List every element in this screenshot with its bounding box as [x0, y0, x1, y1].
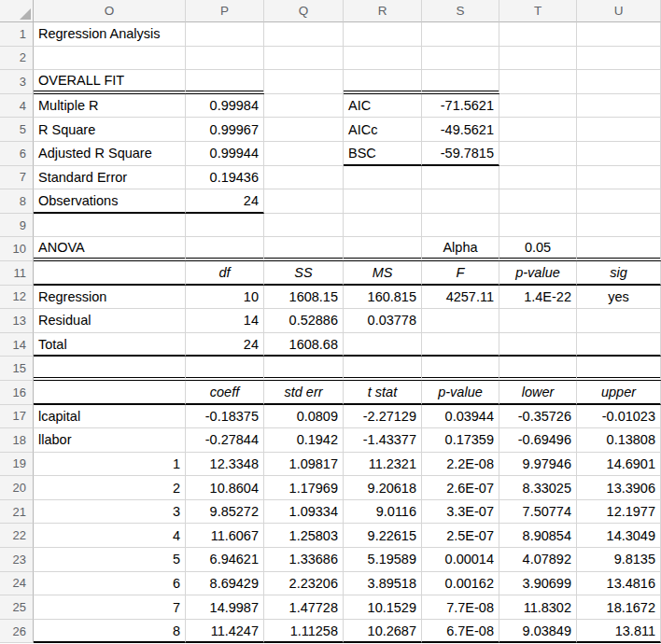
cell-R9[interactable] [344, 214, 422, 238]
cell-R19[interactable]: 11.2321 [344, 453, 422, 477]
cell-T2[interactable] [499, 47, 577, 71]
cell-Q23[interactable]: 1.33686 [264, 548, 344, 572]
row-header-10[interactable]: 10 [0, 237, 34, 261]
cell-O23[interactable]: 5 [34, 548, 186, 572]
cell-U1[interactable] [577, 22, 661, 47]
cell-O26[interactable]: 8 [34, 620, 186, 644]
cell-O5[interactable]: R Square [34, 118, 186, 142]
column-header-Q[interactable]: Q [264, 0, 344, 22]
cell-R12[interactable]: 160.815 [344, 286, 422, 310]
cell-Q11[interactable]: SS [264, 261, 344, 286]
cell-P9[interactable] [186, 214, 264, 238]
cell-P14[interactable]: 24 [186, 333, 264, 357]
cell-U25[interactable]: 18.1672 [577, 595, 661, 620]
cell-Q2[interactable] [264, 47, 344, 71]
cell-Q5[interactable] [264, 118, 344, 142]
cell-S12[interactable]: 4257.11 [422, 286, 499, 310]
cell-Q21[interactable]: 1.09334 [264, 500, 344, 525]
cell-Q14[interactable]: 1608.68 [264, 333, 344, 357]
cell-R23[interactable]: 5.19589 [344, 548, 422, 572]
cell-O18[interactable]: llabor [34, 428, 186, 453]
cell-P3[interactable] [186, 70, 264, 94]
cell-P24[interactable]: 8.69429 [186, 572, 264, 596]
cell-S24[interactable]: 0.00162 [422, 572, 499, 596]
cell-U11[interactable]: sig [577, 261, 661, 286]
row-header-6[interactable]: 6 [0, 142, 34, 166]
cell-Q10[interactable] [264, 237, 344, 261]
cell-S17[interactable]: 0.03944 [422, 405, 499, 429]
cell-P4[interactable]: 0.99984 [186, 94, 264, 119]
cell-S2[interactable] [422, 47, 499, 71]
row-header-9[interactable]: 9 [0, 214, 34, 238]
cell-U7[interactable] [577, 166, 661, 190]
row-header-21[interactable]: 21 [0, 500, 34, 525]
cell-S23[interactable]: 0.00014 [422, 548, 499, 572]
cell-S7[interactable] [422, 166, 499, 190]
cell-Q16[interactable]: std err [264, 381, 344, 405]
cell-Q3[interactable] [264, 70, 344, 94]
cell-O7[interactable]: Standard Error [34, 166, 186, 190]
column-header-O[interactable]: O [34, 0, 186, 22]
cell-T12[interactable]: 1.4E-22 [499, 286, 577, 310]
cell-R22[interactable]: 9.22615 [344, 524, 422, 548]
cell-T14[interactable] [499, 333, 577, 357]
cell-P22[interactable]: 11.6067 [186, 524, 264, 548]
row-header-15[interactable]: 15 [0, 357, 34, 381]
cell-U15[interactable] [577, 357, 661, 381]
row-header-20[interactable]: 20 [0, 476, 34, 500]
cell-S18[interactable]: 0.17359 [422, 428, 499, 453]
cell-S20[interactable]: 2.6E-07 [422, 476, 499, 500]
cell-U6[interactable] [577, 142, 661, 166]
cell-R10[interactable] [344, 237, 422, 261]
cell-R8[interactable] [344, 189, 422, 214]
cell-P17[interactable]: -0.18375 [186, 405, 264, 429]
cell-S4[interactable]: -71.5621 [422, 94, 499, 119]
cell-S25[interactable]: 7.7E-08 [422, 595, 499, 620]
cell-Q9[interactable] [264, 214, 344, 238]
cell-U22[interactable]: 14.3049 [577, 524, 661, 548]
cell-R24[interactable]: 3.89518 [344, 572, 422, 596]
cell-T9[interactable] [499, 214, 577, 238]
cell-R18[interactable]: -1.43377 [344, 428, 422, 453]
cell-T3[interactable] [499, 70, 577, 94]
cell-P19[interactable]: 12.3348 [186, 453, 264, 477]
row-header-4[interactable]: 4 [0, 94, 34, 119]
cell-R13[interactable]: 0.03778 [344, 309, 422, 333]
cell-S21[interactable]: 3.3E-07 [422, 500, 499, 525]
cell-U20[interactable]: 13.3906 [577, 476, 661, 500]
cell-Q25[interactable]: 1.47728 [264, 595, 344, 620]
cell-U8[interactable] [577, 189, 661, 214]
cell-T17[interactable]: -0.35726 [499, 405, 577, 429]
cell-O4[interactable]: Multiple R [34, 94, 186, 119]
cell-R20[interactable]: 9.20618 [344, 476, 422, 500]
cell-P20[interactable]: 10.8604 [186, 476, 264, 500]
row-header-8[interactable]: 8 [0, 189, 34, 214]
cell-U4[interactable] [577, 94, 661, 119]
cell-Q1[interactable] [264, 22, 344, 47]
cell-P8[interactable]: 24 [186, 189, 264, 214]
select-all-button[interactable] [0, 0, 34, 22]
row-header-24[interactable]: 24 [0, 572, 34, 596]
column-header-T[interactable]: T [499, 0, 577, 22]
cell-U21[interactable]: 12.1977 [577, 500, 661, 525]
row-header-12[interactable]: 12 [0, 286, 34, 310]
cell-U19[interactable]: 14.6901 [577, 453, 661, 477]
cell-Q7[interactable] [264, 166, 344, 190]
cell-U16[interactable]: upper [577, 381, 661, 405]
cell-R3[interactable] [344, 70, 422, 94]
cell-P2[interactable] [186, 47, 264, 71]
cell-U9[interactable] [577, 214, 661, 238]
cell-S22[interactable]: 2.5E-07 [422, 524, 499, 548]
row-header-19[interactable]: 19 [0, 453, 34, 477]
cell-T26[interactable]: 9.03849 [499, 620, 577, 644]
cell-P10[interactable] [186, 237, 264, 261]
cell-Q22[interactable]: 1.25803 [264, 524, 344, 548]
column-header-P[interactable]: P [186, 0, 264, 22]
cell-T15[interactable] [499, 357, 577, 381]
cell-U2[interactable] [577, 47, 661, 71]
cell-O12[interactable]: Regression [34, 286, 186, 310]
cell-R5[interactable]: AICc [344, 118, 422, 142]
cell-U12[interactable]: yes [577, 286, 661, 310]
cell-R16[interactable]: t stat [344, 381, 422, 405]
row-header-13[interactable]: 13 [0, 309, 34, 333]
